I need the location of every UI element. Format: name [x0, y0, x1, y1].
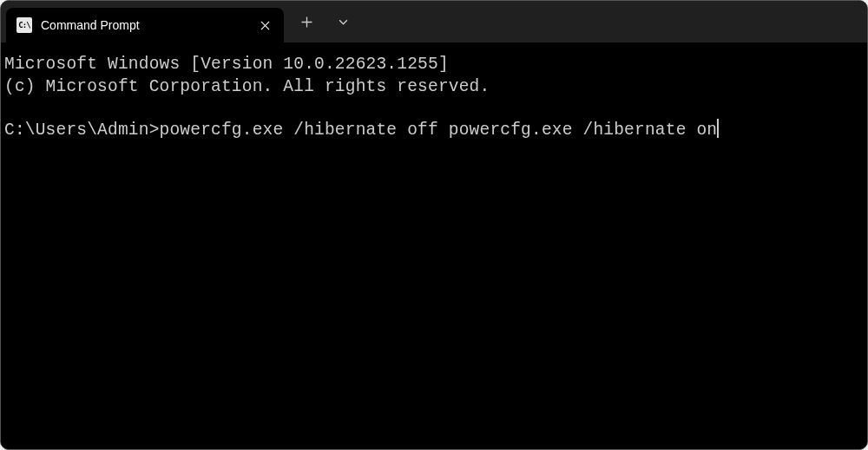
command-input-text: powercfg.exe /hibernate off powercfg.exe… [160, 121, 718, 140]
close-tab-button[interactable] [254, 15, 275, 36]
tabbar-actions [284, 1, 361, 42]
prompt-path: C:\Users\Admin> [4, 121, 160, 140]
terminal-window: C:\ Command Prompt Micr [0, 0, 868, 450]
copyright-line: (c) Microsoft Corporation. All rights re… [4, 77, 490, 96]
tab-dropdown-button[interactable] [325, 6, 361, 37]
version-line: Microsoft Windows [Version 10.0.22623.12… [4, 55, 449, 74]
tab-command-prompt[interactable]: C:\ Command Prompt [6, 8, 284, 42]
new-tab-button[interactable] [288, 6, 325, 37]
chevron-down-icon [338, 16, 349, 28]
close-icon [260, 21, 270, 30]
tab-title: Command Prompt [41, 18, 254, 32]
command-prompt-icon: C:\ [16, 17, 32, 33]
terminal-output[interactable]: Microsoft Windows [Version 10.0.22623.12… [1, 42, 867, 449]
text-cursor [717, 119, 719, 138]
plus-icon [301, 16, 312, 28]
title-bar: C:\ Command Prompt [1, 1, 867, 42]
